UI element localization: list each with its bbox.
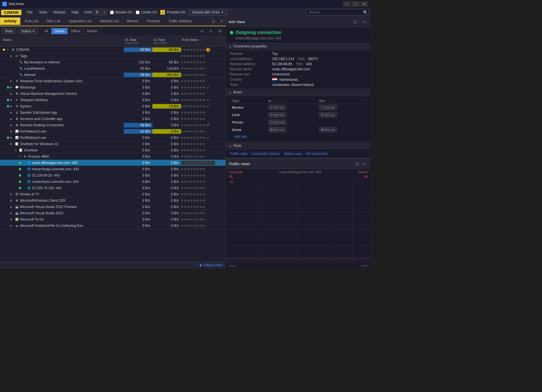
filter-hidden[interactable]: Hidden [84, 28, 101, 34]
table-row[interactable]: ▶💻Microsoft Visual Studio 20220 B/s0 B/s [0, 210, 226, 216]
expand-arrow[interactable]: ▶ [10, 86, 14, 89]
blocker-out-notset[interactable]: Not set [319, 105, 337, 110]
table-row[interactable]: ▶🖥Services and Controller app0 B/s0 B/s [0, 116, 226, 122]
tab-blocker[interactable]: Blocker [123, 17, 143, 25]
chart-detach-button[interactable]: ⊡ [354, 160, 361, 167]
table-row[interactable]: ▶⚙System0 B/s13 B/s✓ [0, 103, 226, 109]
brand-label[interactable]: CZMAIN [1, 10, 21, 15]
panel-close-button[interactable]: ✕ [218, 17, 226, 25]
expand-arrow[interactable]: ▼ [6, 48, 10, 51]
table-row[interactable]: ▶☁Microsoft OneDriveFile Co-Authoring Ex… [0, 223, 226, 229]
add-rule-link[interactable]: Add rule [230, 133, 366, 140]
table-row[interactable]: 🌐52.109.76.126 :4430 B/s0 B/s [0, 185, 226, 191]
table-row[interactable]: ▶🖥Remote Desktop Connection46 B/s0 B/s✗ [0, 122, 226, 128]
table-row[interactable]: ▶⚙Windows Push Notifications System Serv… [0, 78, 226, 84]
table-row[interactable]: ▶🖨Spooler SubSystem App0 B/s0 B/s [0, 109, 226, 116]
expand-arrow[interactable]: ▶ [10, 205, 14, 208]
sync-icon-button[interactable]: ⇄ [198, 27, 206, 35]
menu-help[interactable]: Help [69, 9, 82, 15]
expand-arrow[interactable]: ▶ [10, 79, 14, 83]
expand-arrow[interactable]: ▶ [10, 193, 14, 196]
delete-rules-link[interactable]: Delete rules [284, 152, 302, 156]
quota-in-notset[interactable]: Not set [268, 127, 286, 132]
table-row[interactable]: 🌐52.109.89.30 :4430 B/s0 B/s [0, 172, 226, 179]
menu-file[interactable]: File [24, 9, 35, 15]
refresh-button[interactable]: ↻ [207, 27, 215, 35]
expand-arrow[interactable]: ▶ [10, 123, 14, 127]
kill-connection-link[interactable]: Kill connection [306, 152, 328, 156]
maximize-button[interactable]: □ [352, 1, 360, 7]
table-row[interactable]: 🌐hierarchyapi.onenote.com :4430 B/s0 B/s [0, 166, 226, 172]
table-row[interactable]: ▶🖥MicrosoftWindows.Client.CBS0 B/s0 B/s [0, 197, 226, 204]
expand-arrow[interactable]: ▶ [10, 92, 14, 95]
blocker-label[interactable]: Blocker On [115, 10, 132, 14]
expand-arrow[interactable]: ▶ [10, 111, 14, 114]
limiter-checkbox[interactable] [136, 11, 140, 14]
tab-rule-list[interactable]: Rule List [21, 17, 42, 25]
tab-traffic-statistics[interactable]: Traffic statistics [164, 17, 196, 25]
table-row[interactable]: ▶💬WhatsApp0 B/s0 B/s✓ [0, 84, 226, 91]
panel-detach-button[interactable]: ⊡ [210, 17, 218, 25]
table-row[interactable]: 🌐ocws.officeapps.live.com :4430 B/s0 B/s [0, 160, 226, 166]
table-row[interactable]: ▶💻Microsoft Visual Studio 2022 Preview0 … [0, 204, 226, 210]
expand-arrow[interactable]: ▼ [18, 155, 22, 158]
limit-out-notset[interactable]: Not set [319, 112, 337, 117]
limiter-label[interactable]: Limiter On [141, 10, 157, 14]
table-row[interactable]: ▶✈Telegram Desktop0 B/s0 B/s✓ [0, 97, 226, 103]
table-row[interactable]: 🔧My browsers to internet130 B/s60 B/s [0, 59, 226, 65]
expand-arrow[interactable]: ▶ [10, 54, 14, 57]
status-button[interactable]: Status ▼ [18, 28, 38, 34]
tools-header[interactable]: ▲ Tools [226, 142, 370, 149]
tab-priorities[interactable]: Priorities [143, 17, 165, 25]
table-row[interactable]: 🔧LocalNetwork65 B/s118 B/s [0, 65, 226, 72]
table-row[interactable]: ▶🎬Movies & TV0 B/s0 B/s [0, 191, 226, 197]
connection-properties-header[interactable]: ▲ Connection properties [226, 43, 370, 50]
rate-button[interactable]: Rate [2, 28, 16, 34]
table-row[interactable]: ▶🖥Virtual Machine Management Service0 B/… [0, 91, 226, 97]
blocker-in-notset[interactable]: Not set [268, 105, 286, 110]
blocker-checkbox[interactable] [110, 11, 114, 14]
table-row[interactable]: ▶📊PerfWatson2.exe0 B/s0 B/s✓ [0, 135, 226, 141]
menu-tools[interactable]: Tools [36, 9, 50, 15]
table-row[interactable]: ▼📝OneNote0 B/s0 B/s [0, 147, 226, 153]
search-input[interactable] [306, 9, 369, 15]
default-chart-button[interactable]: Default with Chart ▼ [188, 9, 227, 15]
quota-out-notset[interactable]: Not set [319, 127, 337, 132]
expand-arrow[interactable]: ▶ [10, 98, 14, 101]
expand-arrow[interactable]: ▶ [10, 211, 14, 215]
traffic-stats-link[interactable]: Traffic stats [230, 152, 247, 156]
settings-button[interactable]: ⚙ [216, 27, 224, 35]
menu-window[interactable]: Window [50, 9, 68, 15]
priorities-checkbox[interactable] [160, 10, 165, 15]
limit-in-notset[interactable]: Not set [268, 112, 286, 117]
table-row[interactable]: 🔧Internet49 B/s452 B/s [0, 72, 226, 78]
expand-arrow[interactable]: ▶ [10, 136, 14, 139]
filter-online[interactable]: Online [51, 28, 68, 34]
tab-filter-list[interactable]: Filter List [42, 17, 65, 25]
filter-offline[interactable]: Offline [67, 28, 83, 34]
table-row[interactable]: ▼🖥CZMAIN63 B/s96 B/s? [0, 47, 226, 53]
rules-header[interactable]: ▲ Rules [226, 89, 370, 96]
table-row[interactable]: 🌐contentsync.onenote.com :4430 B/s0 B/s [0, 179, 226, 185]
table-row[interactable]: ▶📝OneNote for Windows 100 B/s0 B/s [0, 141, 226, 147]
table-row[interactable]: ▶🏷Tags [0, 53, 226, 59]
chart-close-button[interactable]: ✕ [361, 160, 368, 167]
tab-activity[interactable]: Activity [0, 17, 21, 25]
connection-history-link[interactable]: Connection history [251, 152, 280, 156]
expand-arrow[interactable]: ▼ [14, 149, 18, 152]
priority-in-notset[interactable]: — Not set [268, 120, 286, 125]
expand-arrow[interactable]: ▶ [10, 199, 14, 202]
info-view-detach-button[interactable]: ⊡ [352, 18, 358, 25]
info-view-close-button[interactable]: ✕ [361, 18, 368, 25]
tab-application-list[interactable]: Application List [65, 17, 96, 25]
expand-arrow[interactable]: ▶ [10, 218, 14, 221]
table-row[interactable]: ▶✅Microsoft To Do0 B/s0 B/s [0, 216, 226, 223]
close-button[interactable]: ✕ [360, 1, 368, 7]
units-select[interactable]: BKBMBGB [94, 9, 107, 15]
table-row[interactable]: ▼⚙Process 48800 B/s0 B/s [0, 153, 226, 160]
tab-network-list[interactable]: Network List [96, 17, 123, 25]
filtered-view-button[interactable]: ▶ Filtered view [200, 263, 223, 267]
expand-arrow[interactable]: ▶ [10, 142, 14, 145]
expand-arrow[interactable]: ▶ [10, 105, 14, 108]
filter-all[interactable]: All [41, 28, 51, 34]
